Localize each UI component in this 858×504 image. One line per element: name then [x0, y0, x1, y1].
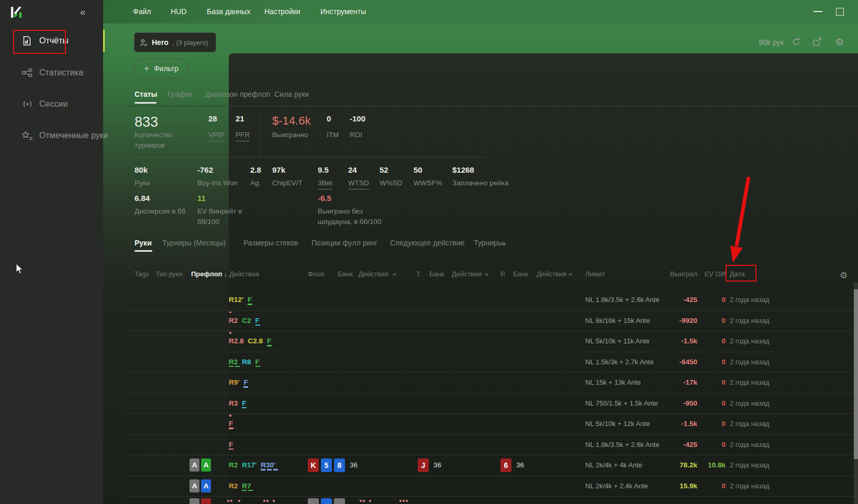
column-header-Банк[interactable]: Банк [338, 270, 353, 278]
column-header-Действия[interactable]: Действия [537, 270, 566, 278]
menu-item-2[interactable]: HUD [171, 0, 186, 24]
preflop-actions: R3F [229, 393, 251, 414]
tab-Статы[interactable]: Статы [135, 90, 158, 98]
report-tab-1[interactable]: Руки [135, 239, 152, 247]
add-tab-button[interactable]: + [502, 239, 507, 249]
preflop-actions: R2R7 [229, 476, 255, 497]
date-cell: 2 года назад [730, 413, 770, 434]
action-underline-dashes [255, 324, 260, 326]
app-logo [9, 5, 23, 19]
action-dot [360, 500, 362, 502]
table-row[interactable]: R9'FNL 15k + 13k Ante-17k02 года назад [126, 372, 853, 394]
table-row-partial[interactable] [126, 496, 853, 504]
column-header-EVDiff[interactable]: EV Diff [692, 270, 726, 278]
stats-divider [260, 113, 261, 156]
action-token: R2.8 [229, 337, 244, 345]
menu-item-5[interactable]: Инструменты [320, 0, 366, 24]
column-header-Действия[interactable]: Действия [452, 270, 482, 278]
preflop-actions: F [229, 434, 237, 455]
report-tab-4[interactable]: Позиции фулл ринг [311, 239, 377, 247]
stat-value-primary-4: 0 [327, 114, 331, 123]
stat-label-secondary-0: Руки [135, 178, 150, 188]
report-tab-6[interactable]: Турниры [474, 239, 503, 247]
refresh-icon[interactable] [792, 37, 801, 47]
table-row[interactable]: R2R8FNL 1.5k/3k + 2.7k Ante-645002 года … [126, 352, 853, 373]
won-cell: 15.9k [649, 476, 697, 497]
active-report-tab-underline [135, 250, 152, 252]
table-row[interactable]: AAR2R17'R30'K5836J36636NL 2k/4k + 4k Ant… [126, 455, 853, 476]
action-underline-dashes [243, 386, 248, 388]
column-header-Действия[interactable]: Действия [359, 270, 388, 278]
action-underline-dashes [255, 366, 260, 367]
stat-label-secondary-4[interactable]: 3Bet [318, 178, 332, 189]
sidebar-item-отмеченные-руки[interactable]: Отмеченные руки [0, 125, 103, 147]
ev-diff-cell: 0 [692, 413, 726, 434]
action-dot [266, 500, 269, 502]
maximize-button[interactable] [836, 8, 844, 16]
stat-value-primary-1: 28 [208, 114, 217, 123]
tab-Диапазон префлоп[interactable]: Диапазон префлоп [205, 90, 270, 98]
menu-item-1[interactable]: Файл [133, 0, 151, 24]
column-header-Типруки[interactable]: Тип руки [155, 270, 183, 278]
sidebar-item-статистика[interactable]: Статистика [0, 62, 103, 84]
gear-icon[interactable]: ⚙ [835, 36, 844, 48]
column-header-Т.[interactable]: Т. [416, 270, 421, 278]
river-pot: 36 [516, 455, 524, 476]
column-header-[interactable]: « [485, 270, 488, 278]
table-row[interactable]: R3FNL 750/1.5k + 1.5k Ante-95002 года на… [126, 393, 853, 415]
card-chip: 5 [321, 458, 332, 472]
sessions-icon [22, 100, 33, 108]
column-header-Флоп[interactable]: Флоп [308, 270, 324, 278]
column-header-Префлоп[interactable]: Префлоп↓ [191, 270, 227, 278]
column-header-Выиграл[interactable]: Выиграл [649, 270, 697, 278]
menu-item-4[interactable]: Настройки [264, 0, 300, 24]
sidebar-item-label: Отмеченные руки [39, 131, 108, 140]
stat-label-primary-1[interactable]: VPIP [208, 130, 225, 141]
column-header-Р.[interactable]: Р. [500, 270, 506, 278]
sidebar-item-label: Сессии [39, 99, 68, 109]
column-header-Tags[interactable]: Tags [135, 270, 149, 278]
column-header-Действия[interactable]: Действия [229, 270, 259, 278]
column-header-Лимит[interactable]: Лимит [585, 270, 605, 278]
sidebar-item-сессии[interactable]: Сессии [0, 93, 103, 115]
column-header-[interactable]: « [393, 270, 396, 278]
action-underline-dashes [242, 407, 247, 409]
sidebar-collapse-icon[interactable]: « [80, 6, 86, 18]
action-dot [229, 332, 231, 334]
action-token: F [255, 358, 260, 366]
table-row[interactable]: FNL 5k/10k + 12k Ante-1.5k02 года назад [126, 413, 853, 435]
column-header-Банк[interactable]: Банк [513, 270, 528, 278]
tab-Сила руки[interactable]: Сила руки [274, 90, 309, 98]
table-row[interactable]: AAR2R7NL 2k/4k + 2.4k Ante15.9k02 года н… [126, 476, 853, 497]
table-row[interactable]: R12'FNL 1.8k/3.5k + 2.6k Ante-42502 года… [126, 289, 853, 311]
table-row[interactable]: FNL 1.8k/3.5k + 2.6k Ante-42502 года наз… [126, 434, 853, 456]
add-filter-button[interactable]: + Фильтр [134, 59, 188, 79]
menu-item-3[interactable]: База данных [207, 0, 250, 24]
report-tab-5[interactable]: Следующее действие [390, 239, 464, 247]
stat-label-primary-0: Количествотурниров [135, 130, 173, 151]
minimize-button[interactable] [814, 11, 822, 12]
player-filter-chip[interactable]: # Hero , (3 players) [134, 32, 216, 52]
table-row[interactable]: R2C2FNL 8k/16k + 15k Ante-992002 года на… [126, 310, 853, 332]
ev-diff-cell: 0 [692, 331, 726, 352]
table-row[interactable]: R2.8C2.8FNL 5k/10k + 11k Ante-1.5k02 год… [126, 331, 853, 352]
report-tab-3[interactable]: Размеры стеков [243, 239, 298, 247]
date-cell: 2 года назад [730, 331, 770, 352]
tabs-divider [126, 106, 858, 106]
plus-icon: + [144, 63, 149, 74]
limit-cell: NL 8k/16k + 15k Ante [585, 310, 650, 331]
stat-label-secondary-5[interactable]: WTSD [348, 178, 369, 189]
action-underline-dashes [229, 449, 233, 450]
column-header-[interactable]: « [569, 270, 572, 278]
tab-График[interactable]: График [168, 90, 193, 98]
ev-diff-cell: 0 [692, 352, 726, 373]
scrollbar-thumb[interactable] [854, 289, 858, 459]
active-section-accent [103, 30, 105, 52]
date-cell: 2 года назад [730, 352, 770, 373]
column-header-Банк[interactable]: Банк [429, 270, 444, 278]
export-icon[interactable] [812, 37, 822, 47]
stat-label-primary-2[interactable]: PFR [236, 130, 250, 141]
table-settings-gear-icon[interactable]: ⚙ [840, 270, 848, 281]
report-tab-2[interactable]: Турниры (Месяцы) [162, 239, 226, 247]
stat-label-tertiary-0: Дисперсия в бб [135, 206, 186, 217]
